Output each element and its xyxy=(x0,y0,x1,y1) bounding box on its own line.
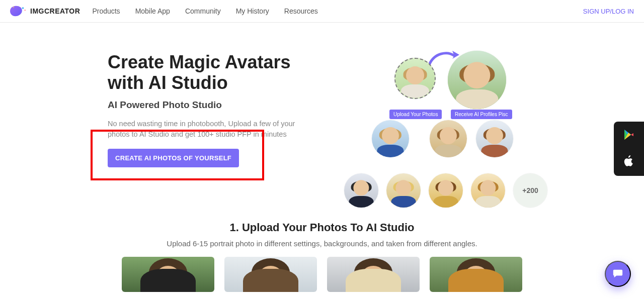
google-play-link[interactable] xyxy=(623,129,635,143)
app-store-link[interactable] xyxy=(623,155,635,169)
tag-upload-photos: Upload Your Photos xyxy=(389,110,442,119)
brand-logo-icon xyxy=(10,5,27,17)
example-photo xyxy=(122,257,214,292)
upload-section-description: Upload 6-15 portrait photo in different … xyxy=(45,239,599,248)
example-photo xyxy=(224,257,317,292)
avatar-sample xyxy=(386,173,421,208)
apple-icon xyxy=(623,160,635,168)
tag-receive-profiles: Receive AI Profiles Pisc xyxy=(451,110,512,119)
avatar-sample xyxy=(429,173,463,208)
app-store-float xyxy=(614,122,644,176)
hero-description: No need wasting time in photobooth, Uplo… xyxy=(108,119,309,140)
svg-point-2 xyxy=(13,7,14,8)
nav-mobile-app[interactable]: Mobile App xyxy=(135,7,170,15)
avatar-result-main xyxy=(448,51,506,109)
avatar-more-count[interactable]: +200 xyxy=(513,173,547,208)
avatar-sample xyxy=(372,120,409,157)
avatar-sample xyxy=(344,173,378,208)
upload-section: 1. Upload Your Photos To AI Studio Uploa… xyxy=(0,221,644,292)
upload-section-title: 1. Upload Your Photos To AI Studio xyxy=(45,221,599,234)
svg-point-1 xyxy=(25,10,26,11)
hero-subtitle: AI Powered Photo Studio xyxy=(108,99,324,111)
avatar-sample xyxy=(471,173,505,208)
chat-icon xyxy=(612,268,623,280)
brand-logo[interactable]: IMGCREATOR xyxy=(10,5,80,17)
brand-name: IMGCREATOR xyxy=(30,7,80,15)
hero-visual: Upload Your Photos Receive AI Profiles P… xyxy=(344,52,576,223)
example-photo xyxy=(430,257,522,292)
main-nav: Products Mobile App Community My History… xyxy=(92,7,317,15)
hero-text: Create Magic Avatars with AI Studio AI P… xyxy=(108,52,324,223)
create-ai-photos-button[interactable]: CREATE AI PHOTOS OF YOURSELF xyxy=(108,149,239,167)
nav-resources[interactable]: Resources xyxy=(284,7,318,15)
header: IMGCREATOR Products Mobile App Community… xyxy=(0,0,644,23)
avatar-more-label: +200 xyxy=(522,186,538,194)
hero-title: Create Magic Avatars with AI Studio xyxy=(108,52,324,93)
avatar-sample xyxy=(476,120,513,157)
svg-point-0 xyxy=(22,7,24,9)
example-photo xyxy=(327,257,420,292)
avatar-sample xyxy=(430,120,467,157)
nav-products[interactable]: Products xyxy=(92,7,120,15)
avatar-source xyxy=(394,58,436,99)
google-play-icon xyxy=(623,134,635,142)
hero-section: Create Magic Avatars with AI Studio AI P… xyxy=(0,23,644,238)
upload-examples-row xyxy=(45,257,599,292)
auth-link[interactable]: SIGN UP/LOG IN xyxy=(583,8,634,15)
nav-my-history[interactable]: My History xyxy=(236,7,269,15)
nav-community[interactable]: Community xyxy=(185,7,221,15)
chat-fab[interactable] xyxy=(605,261,631,287)
